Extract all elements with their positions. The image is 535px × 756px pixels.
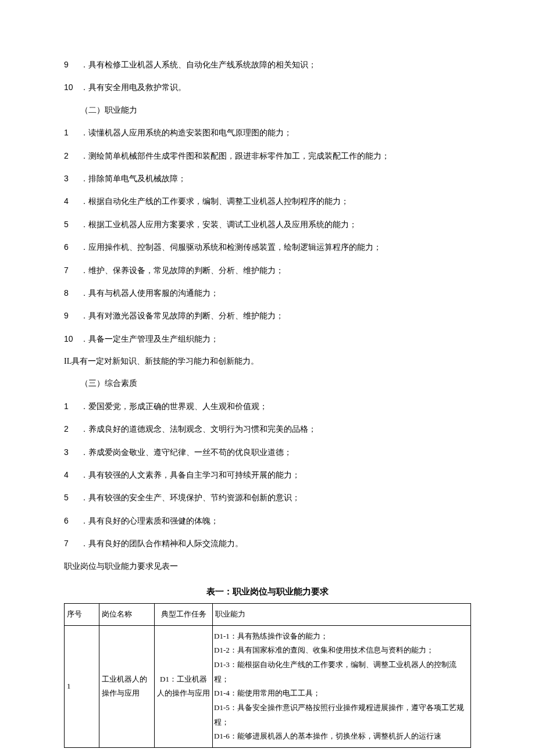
list-item: 1 ．读懂机器人应用系统的构造安装图和电气原理图的能力；: [64, 126, 471, 139]
list-item: 7 ．维护、保养设备，常见故障的判断、分析、维护能力；: [64, 264, 471, 277]
ability-line: D1-3：能根据自动化生产线的工作要求，编制、调整工业机器人的控制流程；: [214, 658, 468, 686]
item-text: ．具有检修工业机器人系统、自动化生产线系统故障的相关知识；: [80, 59, 471, 71]
item-number: 3: [64, 172, 80, 185]
list-item: 5 ．根据工业机器人应用方案要求，安装、调试工业机器人及应用系统的能力；: [64, 218, 471, 231]
item-number: 2: [64, 149, 80, 162]
table-row: 1 工业机器人的操作与应用 D1：工业机器人的操作与应用 D1-1：具有熟练操作…: [65, 625, 471, 748]
item-text: ．维护、保养设备，常见故障的判断、分析、维护能力；: [80, 264, 471, 277]
cell-position: 工业机器人的操作与应用: [99, 625, 155, 748]
item-number: 10: [64, 81, 80, 94]
table-title: 表一：职业岗位与职业能力要求: [64, 585, 471, 599]
special-item-il: IL具有一定对新知识、新技能的学习能力和创新能力。: [64, 355, 471, 368]
item-number: 9: [64, 58, 80, 71]
item-number: 7: [64, 537, 80, 550]
item-number: 5: [64, 218, 80, 231]
header-position: 岗位名称: [99, 603, 155, 625]
item-text: ．具有较强的人文素养，具备自主学习和可持续开展的能力；: [80, 469, 471, 482]
item-text: ．读懂机器人应用系统的构造安装图和电气原理图的能力；: [80, 127, 471, 139]
cell-abilities: D1-1：具有熟练操作设备的能力； D1-2：具有国家标准的查阅、收集和使用技术…: [213, 625, 471, 748]
item-text: ．排除简单电气及机械故障；: [80, 173, 471, 185]
item-text: ．应用操作机、控制器、伺服驱动系统和检测传感装置，绘制逻辑运算程序的能力；: [80, 241, 471, 254]
item-text: ．具有对激光器设备常见故障的判断、分析、维护能力；: [80, 310, 471, 323]
item-text: ．具有较强的安全生产、环境保护、节约资源和创新的意识；: [80, 492, 471, 504]
list-item: 6 ．应用操作机、控制器、伺服驱动系统和检测传感装置，绘制逻辑运算程序的能力；: [64, 241, 471, 254]
list-item: 6 ．具有良好的心理素质和强健的体魄；: [64, 514, 471, 528]
item-number: 4: [64, 468, 80, 481]
item-number: 1: [64, 126, 80, 139]
list-item: 4 ．根据自动化生产线的工作要求，编制、调整工业机器人控制程序的能力；: [64, 195, 471, 208]
header-seq: 序号: [65, 603, 99, 625]
ability-line: D1-5：具备安全操作意识严格按照行业操作规程进展操作，遵守各项工艺规程；: [214, 701, 468, 729]
list-section-2: 1 ．读懂机器人应用系统的构造安装图和电气原理图的能力； 2 ．测绘简单机械部件…: [64, 126, 471, 346]
ability-line: D1-4：能使用常用的电工工具；: [214, 686, 468, 701]
cell-task: D1：工业机器人的操作与应用: [155, 625, 213, 748]
cell-seq: 1: [65, 625, 99, 748]
item-number: 9: [64, 309, 80, 322]
list-item: 2 ．测绘简单机械部件生成零件图和装配图，跟进非标零件加工，完成装配工作的能力；: [64, 149, 471, 163]
list-item: 9 ．具有对激光器设备常见故障的判断、分析、维护能力；: [64, 309, 471, 323]
document-content: 9 ．具有检修工业机器人系统、自动化生产线系统故障的相关知识； 10 ．具有安全…: [64, 58, 471, 748]
header-task: 典型工作任务: [155, 603, 213, 625]
item-number: 4: [64, 195, 80, 207]
list-item: 7 ．具有良好的团队合作精神和人际交流能力。: [64, 537, 471, 550]
item-number: 1: [64, 400, 80, 413]
item-text: ．具有与机器人使用客服的沟通能力；: [80, 287, 471, 300]
header-ability: 职业能力: [213, 603, 471, 625]
ability-line: D1-6：能够进展机器人的基本操作，切换坐标，调整机折人的运行速: [214, 729, 468, 744]
section-heading-2: （二）职业能力: [64, 104, 471, 117]
item-text: ．具备一定生产管理及生产组织能力；: [80, 333, 471, 346]
item-text: ．具有良好的团队合作精神和人际交流能力。: [80, 538, 471, 550]
item-number: 7: [64, 264, 80, 277]
item-text: ．具有良好的心理素质和强健的体魄；: [80, 515, 471, 528]
item-text: ．爱国爱党，形成正确的世界观、人生观和价值观；: [80, 400, 471, 413]
list-item: 8 ．具有与机器人使用客服的沟通能力；: [64, 286, 471, 300]
list-item: 2 ．养成良好的道德观念、法制观念、文明行为习惯和完美的品格；: [64, 422, 471, 436]
item-text: ．具有安全用电及救护常识。: [80, 81, 471, 94]
item-number: 3: [64, 446, 80, 458]
ability-line: D1-2：具有国家标准的查阅、收集和使用技术信息与资料的能力；: [214, 643, 468, 658]
table-header-row: 序号 岗位名称 典型工作任务 职业能力: [65, 603, 471, 625]
item-number: 6: [64, 514, 80, 527]
item-text: ．根据工业机器人应用方案要求，安装、调试工业机器人及应用系统的能力；: [80, 218, 471, 231]
table-note: 职业岗位与职业能力要求见表一: [64, 560, 471, 573]
list-item: 4 ．具有较强的人文素养，具备自主学习和可持续开展的能力；: [64, 468, 471, 482]
item-number: 6: [64, 241, 80, 253]
list-section-1: 9 ．具有检修工业机器人系统、自动化生产线系统故障的相关知识； 10 ．具有安全…: [64, 58, 471, 95]
item-text: ．测绘简单机械部件生成零件图和装配图，跟进非标零件加工，完成装配工作的能力；: [80, 150, 471, 163]
ability-line: D1-1：具有熟练操作设备的能力；: [214, 629, 468, 644]
list-item: 9 ．具有检修工业机器人系统、自动化生产线系统故障的相关知识；: [64, 58, 471, 71]
list-section-3: 1 ．爱国爱党，形成正确的世界观、人生观和价值观； 2 ．养成良好的道德观念、法…: [64, 400, 471, 551]
item-number: 2: [64, 422, 80, 435]
section-heading-3: （三）综合素质: [64, 377, 471, 390]
list-item: 10 ．具备一定生产管理及生产组织能力；: [64, 332, 471, 346]
item-text: ．根据自动化生产线的工作要求，编制、调整工业机器人控制程序的能力；: [80, 195, 471, 208]
list-item: 5 ．具有较强的安全生产、环境保护、节约资源和创新的意识；: [64, 491, 471, 504]
item-number: 5: [64, 491, 80, 504]
item-text: ．养成爱岗金敬业、遵守纪律、一丝不苟的优良职业道德；: [80, 446, 471, 459]
list-item: 3 ．养成爱岗金敬业、遵守纪律、一丝不苟的优良职业道德；: [64, 446, 471, 459]
item-text: ．养成良好的道德观念、法制观念、文明行为习惯和完美的品格；: [80, 423, 471, 436]
item-number: 10: [64, 332, 80, 345]
list-item: 1 ．爱国爱党，形成正确的世界观、人生观和价值观；: [64, 400, 471, 413]
list-item: 3 ．排除简单电气及机械故障；: [64, 172, 471, 185]
item-number: 8: [64, 286, 80, 299]
job-ability-table: 序号 岗位名称 典型工作任务 职业能力 1 工业机器人的操作与应用 D1：工业机…: [64, 603, 471, 748]
list-item: 10 ．具有安全用电及救护常识。: [64, 81, 471, 94]
